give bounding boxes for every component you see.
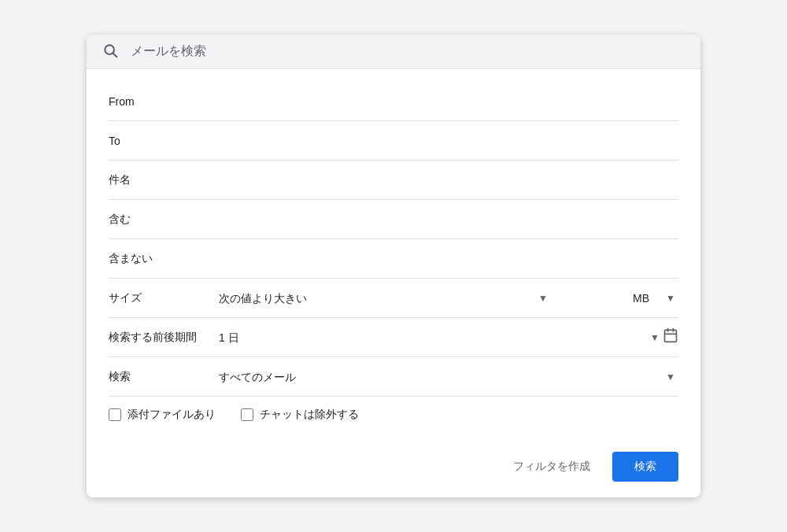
from-input[interactable] — [219, 92, 678, 111]
no-words-input[interactable] — [219, 249, 678, 268]
size-row: サイズ 次の値より大きい 次の値より小さい ▼ MB KB bytes — [109, 279, 678, 318]
date-range-controls: 1 日 3 日 1 週間 2 週間 1 ヶ月 2 ヶ月 6 ヶ月 1 年 ▼ — [219, 327, 678, 347]
search-in-row: 検索 すべてのメール 受信トレイ 送信済み ゴミ箱 ▼ — [109, 357, 678, 397]
subject-input[interactable] — [219, 171, 678, 190]
subject-row: 件名 — [109, 161, 678, 200]
search-dialog: メールを検索 From To 件名 含む 含まない サイ — [87, 35, 700, 497]
svg-line-1 — [113, 54, 116, 57]
size-comparison-arrow-icon: ▼ — [538, 293, 548, 304]
size-controls: 次の値より大きい 次の値より小さい ▼ MB KB bytes ▼ — [219, 289, 678, 308]
size-comparison-select[interactable]: 次の値より大きい 次の値より小さい — [219, 292, 326, 305]
search-header: メールを検索 — [87, 35, 700, 69]
size-unit-select[interactable]: MB KB bytes — [633, 292, 678, 305]
checkbox-row: 添付ファイルあり チャットは除外する — [109, 397, 678, 427]
from-label: From — [109, 95, 219, 108]
size-value-input[interactable] — [560, 289, 623, 308]
search-in-select[interactable]: すべてのメール 受信トレイ 送信済み ゴミ箱 — [219, 371, 678, 383]
exclude-chat-checkbox-item[interactable]: チャットは除外する — [241, 408, 359, 422]
svg-rect-2 — [665, 330, 677, 342]
to-row: To — [109, 121, 678, 161]
has-attachment-checkbox[interactable] — [109, 408, 121, 421]
exclude-chat-label: チャットは除外する — [260, 408, 359, 422]
has-words-label: 含む — [109, 212, 219, 227]
svg-point-0 — [105, 45, 114, 54]
search-icon — [102, 42, 118, 61]
form-body: From To 件名 含む 含まない サイズ — [87, 69, 700, 442]
has-words-input[interactable] — [219, 210, 678, 229]
has-attachment-checkbox-item[interactable]: 添付ファイルあり — [109, 408, 216, 422]
subject-label: 件名 — [109, 173, 219, 187]
has-words-row: 含む — [109, 200, 678, 239]
no-words-row: 含まない — [109, 239, 678, 279]
has-attachment-label: 添付ファイルあり — [127, 408, 216, 422]
date-range-select[interactable]: 1 日 3 日 1 週間 2 週間 1 ヶ月 2 ヶ月 6 ヶ月 1 年 — [219, 331, 663, 344]
search-in-wrapper: すべてのメール 受信トレイ 送信済み ゴミ箱 ▼ — [219, 371, 678, 383]
create-filter-button[interactable]: フィルタを作成 — [504, 453, 600, 480]
no-words-label: 含まない — [109, 252, 219, 266]
footer-row: フィルタを作成 検索 — [87, 442, 700, 497]
size-label: サイズ — [109, 291, 219, 305]
date-range-select-wrapper: 1 日 3 日 1 週間 2 週間 1 ヶ月 2 ヶ月 6 ヶ月 1 年 ▼ — [219, 331, 663, 344]
search-button[interactable]: 検索 — [612, 452, 678, 482]
search-header-text: メールを検索 — [131, 43, 206, 60]
calendar-icon[interactable] — [663, 327, 678, 347]
search-in-label: 検索 — [109, 370, 219, 384]
from-row: From — [109, 82, 678, 121]
to-input[interactable] — [219, 131, 678, 150]
date-range-row: 検索する前後期間 1 日 3 日 1 週間 2 週間 1 ヶ月 2 ヶ月 6 ヶ… — [109, 318, 678, 357]
date-range-label: 検索する前後期間 — [109, 331, 219, 345]
to-label: To — [109, 135, 219, 147]
size-comparison-wrapper: 次の値より大きい 次の値より小さい ▼ — [219, 292, 551, 305]
exclude-chat-checkbox[interactable] — [241, 408, 253, 421]
size-unit-wrapper: MB KB bytes ▼ — [633, 292, 678, 305]
